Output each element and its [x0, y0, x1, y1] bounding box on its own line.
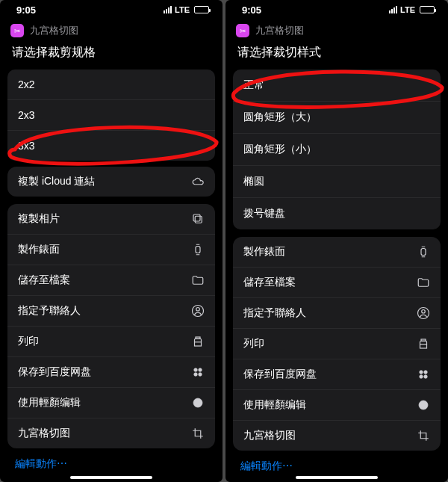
svg-point-9: [194, 373, 198, 377]
app-header: ✂ 九宫格切图: [225, 19, 448, 40]
watchface-icon: [191, 243, 205, 256]
svg-rect-15: [420, 344, 427, 348]
svg-rect-6: [196, 337, 200, 339]
contact-icon: [417, 306, 430, 320]
svg-point-21: [419, 401, 428, 410]
dot-icon: [191, 396, 205, 410]
row-label: 九宮格切图: [243, 429, 296, 442]
svg-point-10: [199, 373, 202, 377]
row-label: 儲存至檔案: [18, 274, 70, 287]
svg-rect-2: [196, 247, 200, 253]
app-name: 九宫格切图: [255, 24, 304, 37]
phone-right: 9:05 LTE ✂ 九宫格切图 请选择裁切样式 正常 圆角矩形（大） 圆角矩形…: [225, 0, 448, 482]
baidu-row[interactable]: 保存到百度网盘: [233, 359, 441, 390]
svg-rect-0: [195, 216, 202, 223]
row-label: 保存到百度网盘: [18, 365, 91, 379]
crop-options-list: 2x2 2x3 3x3: [7, 69, 215, 161]
option-ellipse[interactable]: 椭圆: [233, 166, 441, 198]
prompt-title: 请选择裁剪规格: [0, 40, 223, 69]
app-icon: ✂: [236, 24, 249, 37]
icloud-row-container: 複製 iCloud 連結: [7, 167, 215, 197]
grid-crop-row[interactable]: 九宮格切图: [7, 418, 215, 448]
save-file-row[interactable]: 儲存至檔案: [233, 268, 441, 298]
icloud-link-label: 複製 iCloud 連結: [18, 175, 95, 188]
status-time: 9:05: [242, 4, 261, 16]
edit-actions-link[interactable]: 編輯動作⋯: [225, 451, 448, 473]
row-label: 使用輕顏编辑: [18, 396, 81, 410]
watchface-row[interactable]: 製作錶面: [7, 235, 215, 265]
svg-point-7: [194, 368, 198, 372]
svg-rect-12: [421, 249, 426, 256]
network-label: LTE: [175, 5, 190, 14]
svg-rect-5: [195, 342, 202, 346]
share-sheet: 製作錶面 儲存至檔案 指定予聯絡人 列印 保存到百度网盘 使用輕顏编辑 九宮格切…: [233, 237, 441, 451]
print-icon: [417, 337, 430, 350]
folder-icon: [191, 274, 205, 287]
contact-icon: [191, 304, 205, 318]
signal-icon: [164, 6, 172, 13]
cloud-icon: [191, 175, 205, 188]
option-rounded-small[interactable]: 圆角矩形（小）: [233, 134, 441, 166]
print-icon: [191, 335, 205, 348]
save-file-row[interactable]: 儲存至檔案: [7, 265, 215, 296]
folder-icon: [417, 276, 430, 289]
svg-point-13: [422, 310, 426, 314]
option-rounded-large[interactable]: 圆角矩形（大）: [233, 102, 441, 134]
prompt-title: 请选择裁切样式: [225, 40, 448, 69]
option-2x2[interactable]: 2x2: [7, 69, 215, 100]
battery-icon: [420, 6, 435, 13]
edit-actions-link[interactable]: 編輯動作⋯: [0, 448, 223, 471]
option-normal[interactable]: 正常: [233, 69, 441, 102]
print-row[interactable]: 列印: [7, 327, 215, 357]
watchface-icon: [417, 245, 430, 259]
svg-rect-1: [193, 214, 200, 221]
status-bar: 9:05 LTE: [225, 0, 448, 19]
option-3x3[interactable]: 3x3: [7, 131, 215, 161]
copy-photo-row[interactable]: 複製相片: [7, 204, 215, 235]
row-label: 列印: [18, 335, 39, 348]
home-indicator: [70, 476, 152, 479]
copy-photo-icon: [191, 212, 205, 226]
row-label: 指定予聯絡人: [243, 306, 306, 320]
dot-icon: [417, 398, 430, 412]
assign-contact-row[interactable]: 指定予聯絡人: [233, 298, 441, 329]
svg-point-20: [424, 375, 428, 379]
status-right: LTE: [389, 5, 435, 14]
svg-point-17: [420, 371, 423, 374]
svg-point-19: [420, 375, 423, 379]
style-options-list: 正常 圆角矩形（大） 圆角矩形（小） 椭圆 拨号键盘: [233, 69, 441, 229]
grid-crop-row[interactable]: 九宮格切图: [233, 421, 441, 451]
print-row[interactable]: 列印: [233, 329, 441, 359]
phone-left: 9:05 LTE ✂ 九宫格切图 请选择裁剪规格 2x2 2x3 3x3 複製 …: [0, 0, 223, 482]
baidu-row[interactable]: 保存到百度网盘: [7, 357, 215, 388]
svg-point-3: [196, 308, 200, 312]
icloud-link-row[interactable]: 複製 iCloud 連結: [7, 167, 215, 197]
battery-icon: [194, 6, 209, 13]
row-label: 複製相片: [18, 212, 60, 226]
row-label: 製作錶面: [18, 243, 60, 256]
assign-contact-row[interactable]: 指定予聯絡人: [7, 296, 215, 327]
row-label: 九宮格切图: [18, 427, 70, 440]
status-right: LTE: [164, 5, 209, 14]
qingyan-row[interactable]: 使用輕顏编辑: [233, 390, 441, 421]
app-header: ✂ 九宫格切图: [0, 19, 223, 40]
option-dialpad[interactable]: 拨号键盘: [233, 198, 441, 229]
row-label: 列印: [243, 337, 264, 350]
svg-point-18: [424, 371, 428, 374]
svg-point-8: [199, 368, 202, 372]
status-time: 9:05: [16, 4, 36, 16]
row-label: 保存到百度网盘: [243, 368, 317, 381]
crop-icon: [191, 427, 205, 440]
svg-rect-16: [421, 339, 426, 341]
baidu-icon: [417, 368, 430, 381]
qingyan-row[interactable]: 使用輕顏编辑: [7, 388, 215, 418]
watchface-row[interactable]: 製作錶面: [233, 237, 441, 268]
row-label: 製作錶面: [243, 245, 285, 259]
crop-icon: [417, 429, 430, 442]
row-label: 使用輕顏编辑: [243, 398, 306, 412]
share-sheet: 複製相片 製作錶面 儲存至檔案 指定予聯絡人 列印 保存到百度网盘 使用輕顏编辑: [7, 204, 215, 448]
option-2x3[interactable]: 2x3: [7, 100, 215, 131]
app-icon: ✂: [10, 24, 24, 37]
home-indicator: [296, 476, 378, 479]
row-label: 指定予聯絡人: [18, 304, 81, 318]
